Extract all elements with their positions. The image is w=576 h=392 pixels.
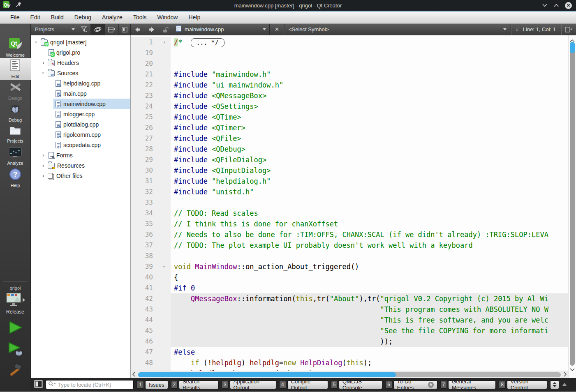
menu-build[interactable]: Build [46, 12, 69, 23]
tree-item-helpdialog-cpp[interactable]: c+helpdialog.cpp [31, 78, 130, 88]
code-text[interactable]: #include <QTimer> [171, 122, 568, 133]
tree-item-plotdialog-cpp[interactable]: c+plotdialog.cpp [31, 119, 130, 129]
scroll-down-icon[interactable] [570, 366, 575, 373]
split-icon[interactable] [105, 24, 118, 35]
mode-analyze[interactable]: Analyze [0, 145, 31, 167]
code-text[interactable]: "See the file COPYING for more informati [171, 325, 568, 336]
mode-help[interactable]: ? Help [0, 167, 31, 189]
sync-with-editor-icon[interactable] [90, 24, 105, 35]
fold-marker-icon[interactable]: › [158, 37, 171, 48]
tree-item-forms[interactable]: ›✎Forms [31, 150, 130, 160]
tree-item-sources[interactable]: ›c+Sources [31, 68, 130, 78]
close-document-button[interactable]: ✕ [270, 26, 284, 32]
output-pane-compile-output[interactable]: 4Compile Output [279, 380, 328, 389]
output-pane-label[interactable]: Compile Output [287, 380, 328, 389]
menu-edit[interactable]: Edit [25, 12, 46, 23]
code-text[interactable]: #else [171, 347, 568, 357]
kit-selector-button[interactable] [5, 292, 25, 308]
output-pane-general-messages[interactable]: 7General Messages [440, 380, 496, 389]
code-text[interactable]: #include "ui_mainwindow.h" [171, 80, 568, 90]
tree-item-resources[interactable]: ›Resources [31, 160, 130, 171]
run-button[interactable] [8, 321, 23, 336]
minimize-button[interactable] [542, 2, 548, 9]
go-forward-button[interactable] [145, 24, 159, 35]
tree-item-headers[interactable]: ›hHeaders [31, 58, 130, 68]
scroll-left-icon[interactable] [131, 371, 136, 378]
output-pane-application-output[interactable]: 3Application Output [222, 380, 276, 389]
mode-design[interactable]: Design [0, 80, 31, 101]
code-text[interactable]: #include <QFile> [171, 133, 568, 144]
code-text[interactable]: "This is free software, and you are welc [171, 315, 568, 325]
code-text[interactable] [171, 197, 568, 208]
code-text[interactable]: // TODO: Read scales [171, 208, 568, 219]
tree-chevron-icon[interactable]: › [40, 152, 46, 158]
mode-projects[interactable]: Projects [0, 123, 31, 145]
code-lines[interactable]: 1›/*... */192021#include "mainwindow.h"2… [131, 35, 568, 371]
chevron-down-icon[interactable] [69, 24, 78, 35]
maximize-button[interactable] [553, 2, 559, 9]
toggle-sidebar-button[interactable] [34, 380, 43, 390]
code-text[interactable]: /*... */ [171, 37, 568, 48]
code-text[interactable]: #if 0 [171, 283, 568, 293]
tree-chevron-icon[interactable]: › [40, 70, 46, 76]
code-text[interactable]: #include <QSettings> [171, 101, 568, 112]
tree-chevron-icon[interactable]: › [40, 60, 46, 66]
output-pane-version-control[interactable]: 8Version Control [499, 380, 547, 389]
output-pane-label[interactable]: Search Results [179, 380, 219, 389]
symbol-selector[interactable]: <Select Symbol> [285, 24, 511, 35]
tree-item-qrigol-master[interactable]: ›Qtqrigol [master] [31, 37, 130, 47]
code-text[interactable]: #include <QMessageBox> [171, 90, 568, 101]
code-text[interactable]: { [171, 272, 568, 283]
code-text[interactable]: #include <QFileDialog> [171, 154, 568, 165]
vertical-scrollbar[interactable] [568, 35, 576, 378]
code-text[interactable]: "This program comes with ABSOLUTELY NO W [171, 304, 568, 315]
close-button[interactable]: ✕ [565, 2, 572, 9]
code-text[interactable]: #include "helpdialog.h" [171, 176, 568, 187]
tree-item-rigolcomm-cpp[interactable]: c+rigolcomm.cpp [31, 129, 130, 140]
code-text[interactable]: #include "unistd.h" [171, 187, 568, 197]
filter-icon[interactable] [78, 24, 90, 35]
output-pane-label[interactable]: Application Output [230, 380, 277, 389]
go-back-button[interactable] [131, 24, 145, 35]
menu-window[interactable]: Window [152, 12, 183, 23]
open-document-selector[interactable]: mainwindow.cpp [173, 24, 269, 35]
code-text[interactable]: #include <QTime> [171, 112, 568, 122]
output-pane-label[interactable]: Version Control [507, 380, 547, 389]
run-debug-button[interactable] [7, 342, 23, 358]
code-text[interactable]: QMessageBox::information(this,tr("About"… [171, 293, 568, 304]
mode-edit[interactable]: Edit [0, 58, 31, 80]
close-pane-icon[interactable] [118, 24, 130, 35]
locator-input[interactable] [57, 381, 131, 388]
tree-item-scopedata-cpp[interactable]: c+scopedata.cpp [31, 140, 130, 150]
output-pane-search-results[interactable]: 2Search Results [171, 380, 219, 389]
fold-marker-icon[interactable]: › [158, 261, 171, 272]
maximize-output-icon[interactable] [562, 383, 573, 386]
code-text[interactable] [171, 251, 568, 261]
menu-help[interactable]: Help [183, 12, 206, 23]
output-pane-label[interactable]: To-Do Entries5 [393, 380, 437, 389]
code-text[interactable]: // TODO: The plot example UI probably do… [171, 240, 568, 251]
code-text[interactable]: // Needs to also be done for :TIM:OFFS, … [171, 229, 568, 240]
vertical-scroll-thumb[interactable] [570, 42, 575, 53]
code-text[interactable] [171, 48, 568, 58]
tree-item-qrigol-pro[interactable]: Qtqrigol.pro [31, 47, 130, 58]
tree-item-other-files[interactable]: ›Other files [31, 171, 130, 181]
code-text[interactable]: #include <QInputDialog> [171, 165, 568, 176]
menu-debug[interactable]: Debug [69, 12, 97, 23]
code-text[interactable]: // I think this is done for chanXoffset [171, 219, 568, 229]
output-pane-label[interactable]: Issues [145, 380, 168, 389]
code-text[interactable]: #include "mainwindow.h" [171, 69, 568, 80]
split-editor-icon[interactable] [561, 24, 576, 35]
menu-tools[interactable]: Tools [128, 12, 152, 23]
mode-welcome[interactable]: Qt Welcome [0, 36, 31, 58]
tree-chevron-icon[interactable]: › [40, 162, 46, 168]
horizontal-scroll-track[interactable] [138, 372, 561, 377]
tree-chevron-icon[interactable]: › [40, 173, 46, 179]
output-pane-updown-button[interactable] [550, 380, 559, 389]
code-text[interactable]: #include <QDebug> [171, 144, 568, 154]
output-pane-issues[interactable]: 1Issues [136, 380, 168, 389]
tree-item-mainwindow-cpp[interactable]: c+mainwindow.cpp [31, 99, 130, 109]
output-pane-label[interactable]: QML/JS Console [339, 380, 382, 389]
menu-analyze[interactable]: Analyze [97, 12, 128, 23]
code-text[interactable]: if (!helpdlg) helpdlg=new HelpDialog(thi… [171, 357, 568, 368]
